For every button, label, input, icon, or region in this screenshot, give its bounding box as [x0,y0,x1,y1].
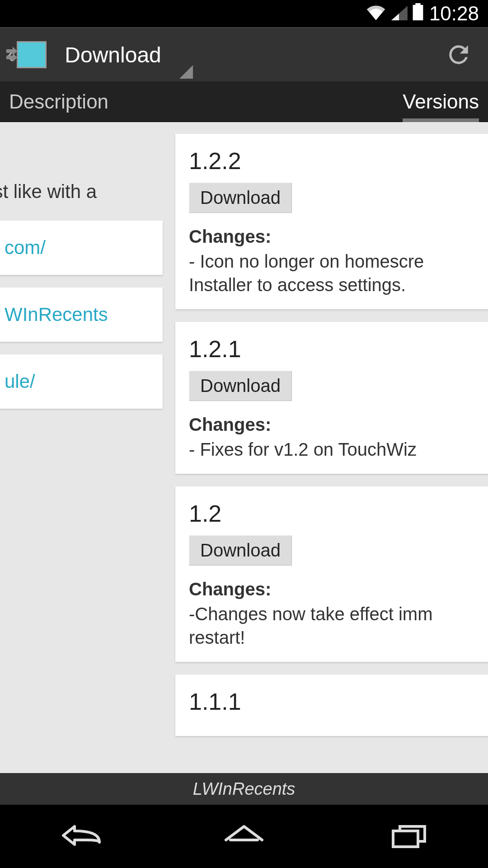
version-card: 1.1.1 [175,675,488,736]
version-number: 1.2 [189,500,478,527]
description-pane: apps just like with a com/ WInRecents ul… [0,122,163,409]
description-fragment: apps just like with a [0,176,163,203]
download-button[interactable]: Download [189,371,292,401]
signal-icon [390,2,408,25]
version-card: 1.2.1 Download Changes: - Fixes for v1.2… [175,322,488,474]
content-area[interactable]: apps just like with a com/ WInRecents ul… [0,122,488,805]
link-card[interactable]: WInRecents [0,288,163,342]
version-number: 1.1.1 [189,688,478,715]
changes-text: - Icon no longer on homescreInstaller to… [189,250,478,297]
link-card[interactable]: ule/ [0,354,163,409]
wifi-icon [366,2,386,25]
tab-versions[interactable]: Versions [403,80,479,123]
xposed-app-icon[interactable] [17,41,47,68]
status-bar: 10:28 [0,0,488,27]
toast: LWInRecents [0,773,488,805]
svg-rect-2 [393,831,418,847]
download-button[interactable]: Download [189,535,292,566]
changes-heading: Changes: [189,579,478,599]
recents-button[interactable] [380,820,434,853]
download-button[interactable]: Download [189,183,292,213]
changes-heading: Changes: [189,226,478,247]
version-card: 1.2 Download Changes: -Changes now take … [175,486,488,662]
clock: 10:28 [429,2,479,25]
tab-bar: Description Versions [0,81,488,122]
changes-text: - Fixes for v1.2 on TouchWiz [189,438,478,461]
page-title[interactable]: Download [65,42,161,67]
version-number: 1.2.1 [189,335,478,363]
svg-rect-1 [415,3,420,6]
home-button[interactable] [217,820,271,853]
dropdown-indicator-icon[interactable] [179,65,193,79]
version-number: 1.2.2 [189,147,478,175]
back-button[interactable] [54,820,108,853]
tab-description[interactable]: Description [9,80,108,123]
version-card: 1.2.2 Download Changes: - Icon no longer… [175,134,488,309]
navigation-bar [0,805,488,868]
action-bar: ‹ Download [0,27,488,81]
refresh-button[interactable] [445,41,473,69]
link-card[interactable]: com/ [0,221,163,275]
svg-rect-0 [413,5,423,20]
battery-icon [412,2,424,25]
changes-heading: Changes: [189,415,478,435]
changes-text: -Changes now take effect immrestart! [189,602,478,649]
versions-pane: 1.2.2 Download Changes: - Icon no longer… [175,134,488,749]
